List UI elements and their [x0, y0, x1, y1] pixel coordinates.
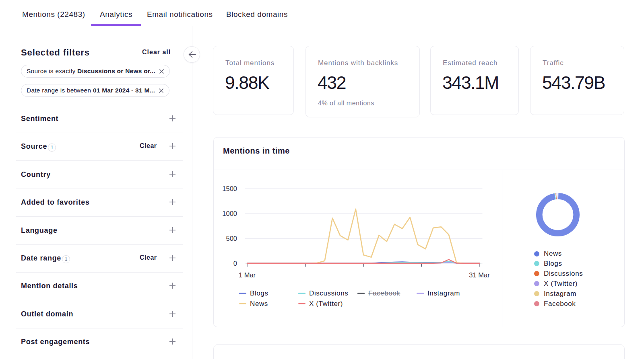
- svg-text:0: 0: [233, 260, 237, 267]
- svg-text:1500: 1500: [222, 185, 237, 192]
- svg-text:1 Mar: 1 Mar: [239, 271, 256, 279]
- svg-text:500: 500: [226, 235, 237, 242]
- svg-text:1000: 1000: [222, 210, 237, 217]
- svg-text:31 Mar: 31 Mar: [469, 271, 490, 279]
